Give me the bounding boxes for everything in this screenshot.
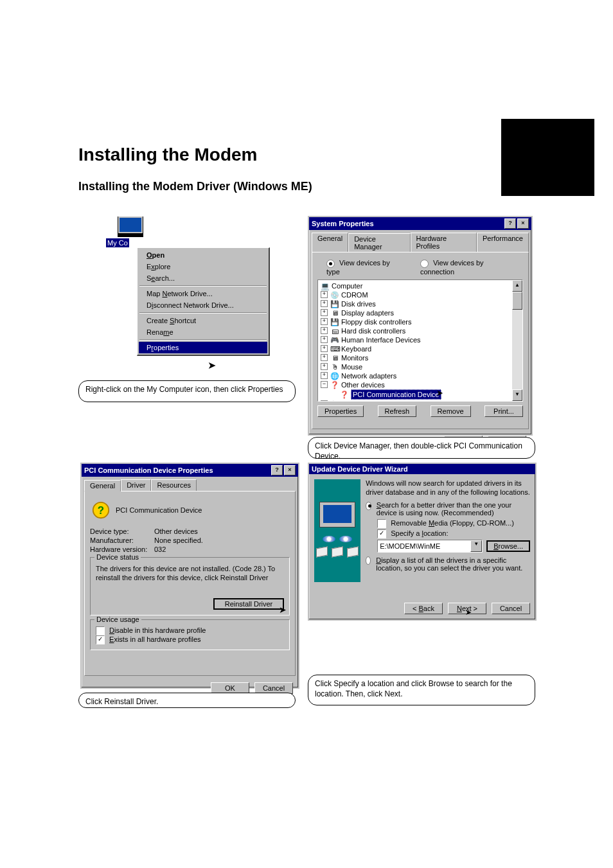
device-status-text: The drivers for this device are not inst… xyxy=(96,564,284,583)
hw-version-value: 032 xyxy=(154,545,166,553)
menu-separator xyxy=(139,312,267,314)
page-heading-1: Installing the Modem xyxy=(78,145,257,165)
caption-4: Click Specify a location and click Brows… xyxy=(308,675,535,705)
radio-search-better-driver[interactable]: Search for a better driver than the one … xyxy=(366,501,530,517)
menu-open[interactable]: Open xyxy=(139,249,267,261)
menu-map-drive[interactable]: Map Network Drive... xyxy=(139,288,267,299)
back-button[interactable]: < Back xyxy=(404,603,443,614)
next-button[interactable]: Next > xyxy=(448,603,486,614)
svg-text:?: ? xyxy=(98,504,104,517)
collapse-icon[interactable]: − xyxy=(321,381,328,388)
title-text: System Properties xyxy=(312,220,374,227)
pcmcia-icon: 🔌 xyxy=(330,400,339,402)
reinstall-driver-button[interactable]: Reinstall Driver xyxy=(213,598,284,610)
titlebar-pci-props: PCI Communication Device Properties ? × xyxy=(82,464,298,477)
refresh-button[interactable]: Refresh xyxy=(378,405,417,417)
expand-icon[interactable]: + xyxy=(321,372,328,379)
title-text: Update Device Driver Wizard xyxy=(312,465,408,473)
monitor-icon: 🖥 xyxy=(330,353,339,362)
disable-profile-checkbox[interactable]: Disable in this hardware profile xyxy=(96,626,206,634)
expand-icon[interactable]: + xyxy=(321,318,328,325)
my-computer-label: My Co xyxy=(106,238,129,247)
location-input[interactable] xyxy=(378,540,470,552)
wizard-intro-text: Windows will now search for updated driv… xyxy=(366,479,530,497)
expand-icon[interactable]: + xyxy=(321,400,328,402)
window-system-properties: System Properties ? × General Device Man… xyxy=(308,216,533,436)
close-button[interactable]: × xyxy=(517,218,529,229)
caption-2: Click Device Manager, then double-click … xyxy=(308,437,535,459)
cancel-button[interactable]: Cancel xyxy=(492,603,530,614)
menu-separator xyxy=(139,285,267,287)
menu-separator xyxy=(139,339,267,341)
menu-disconnect-drive[interactable]: Disconnect Network Drive... xyxy=(139,299,267,311)
scroll-down-icon[interactable]: ▼ xyxy=(512,389,522,401)
floppy-icon: 💾 xyxy=(330,317,339,326)
device-type-label: Device type: xyxy=(90,527,154,535)
question-icon: ❓ xyxy=(330,380,339,389)
menu-properties[interactable]: Properties xyxy=(139,342,267,353)
tab-performance[interactable]: Performance xyxy=(477,233,529,252)
context-menu: Open Explore Search... Map Network Drive… xyxy=(137,247,270,356)
remove-button[interactable]: Remove xyxy=(431,405,471,417)
browse-button[interactable]: Browse... xyxy=(486,540,530,552)
scroll-thumb[interactable] xyxy=(512,292,522,310)
tab-driver[interactable]: Driver xyxy=(121,479,151,491)
expand-icon[interactable]: + xyxy=(321,354,328,361)
checkbox-specify-location[interactable]: ✓ Specify a location: xyxy=(377,529,448,537)
radio-view-by-type[interactable]: View devices by type xyxy=(326,259,405,276)
tab-resources[interactable]: Resources xyxy=(151,479,197,491)
scrollbar-vertical[interactable]: ▲ ▼ xyxy=(512,280,522,401)
cdrom-icon: 💿 xyxy=(330,290,339,299)
device-usage-group: Device usage Disable in this hardware pr… xyxy=(90,619,290,650)
expand-icon[interactable]: + xyxy=(321,327,328,334)
cursor-icon: ➤ xyxy=(208,359,216,371)
title-text: PCI Communication Device Properties xyxy=(84,466,213,474)
screenshot-context-menu: My Co Open Explore Search... Map Network… xyxy=(106,215,267,373)
tab-pane-device-manager: View devices by type View devices by con… xyxy=(312,252,529,429)
hw-version-label: Hardware version: xyxy=(90,545,154,553)
tab-device-manager[interactable]: Device Manager xyxy=(348,233,410,252)
radio-display-list[interactable]: Display a list of all the drivers in a s… xyxy=(366,556,530,572)
my-computer-icon[interactable]: My Co xyxy=(106,217,267,247)
expand-icon[interactable]: + xyxy=(321,309,328,316)
menu-rename[interactable]: Rename xyxy=(139,326,267,338)
expand-icon[interactable]: + xyxy=(321,363,328,370)
close-button[interactable]: × xyxy=(284,465,296,475)
window-pci-device-properties: PCI Communication Device Properties ? × … xyxy=(80,463,299,689)
properties-button[interactable]: Properties xyxy=(317,405,364,417)
display-icon: 🖥 xyxy=(330,308,339,317)
device-status-group: Device status The drivers for this devic… xyxy=(90,557,290,616)
hid-icon: 🎮 xyxy=(330,335,339,344)
exists-all-profiles-checkbox[interactable]: ✓ Exists in all hardware profiles xyxy=(96,635,201,643)
device-name-label: PCI Communication Device xyxy=(116,506,202,514)
expand-icon[interactable]: + xyxy=(321,291,328,298)
help-button[interactable]: ? xyxy=(504,218,516,229)
caption-3: Click Reinstall Driver. xyxy=(78,693,296,708)
page-header-black-block xyxy=(501,119,594,196)
tab-row: General Device Manager Hardware Profiles… xyxy=(309,230,531,252)
tree-node-pci-communication-device[interactable]: PCI Communication Device xyxy=(351,389,441,400)
titlebar-system-properties: System Properties ? × xyxy=(309,217,531,230)
expand-icon[interactable]: + xyxy=(321,336,328,343)
tab-general[interactable]: General xyxy=(312,233,348,252)
keyboard-icon: ⌨ xyxy=(330,344,339,353)
hdd-icon: 🖴 xyxy=(330,326,339,335)
expand-icon[interactable]: + xyxy=(321,345,328,352)
wizard-artwork xyxy=(314,479,360,582)
tab-hardware-profiles[interactable]: Hardware Profiles xyxy=(411,233,477,252)
device-tree[interactable]: 💻Computer +💿CDROM +💾Disk drives +🖥Displa… xyxy=(317,279,523,402)
checkbox-removable-media[interactable]: Removable Media (Floppy, CD-ROM...) xyxy=(377,519,514,527)
expand-icon[interactable]: + xyxy=(321,300,328,307)
menu-create-shortcut[interactable]: Create Shortcut xyxy=(139,315,267,326)
scroll-up-icon[interactable]: ▲ xyxy=(512,280,522,292)
menu-explore[interactable]: Explore xyxy=(139,261,267,272)
menu-search[interactable]: Search... xyxy=(139,272,267,284)
tab-general[interactable]: General xyxy=(84,480,121,492)
radio-view-by-connection[interactable]: View devices by connection xyxy=(420,259,519,276)
window-update-driver-wizard: Update Device Driver Wizard Windows will… xyxy=(308,463,537,621)
question-icon: ? xyxy=(91,500,111,520)
help-button[interactable]: ? xyxy=(271,465,283,475)
dropdown-icon[interactable]: ▼ xyxy=(470,540,482,552)
caption-1: Right-click on the My Computer icon, the… xyxy=(78,380,296,402)
print-button[interactable]: Print... xyxy=(484,405,523,417)
